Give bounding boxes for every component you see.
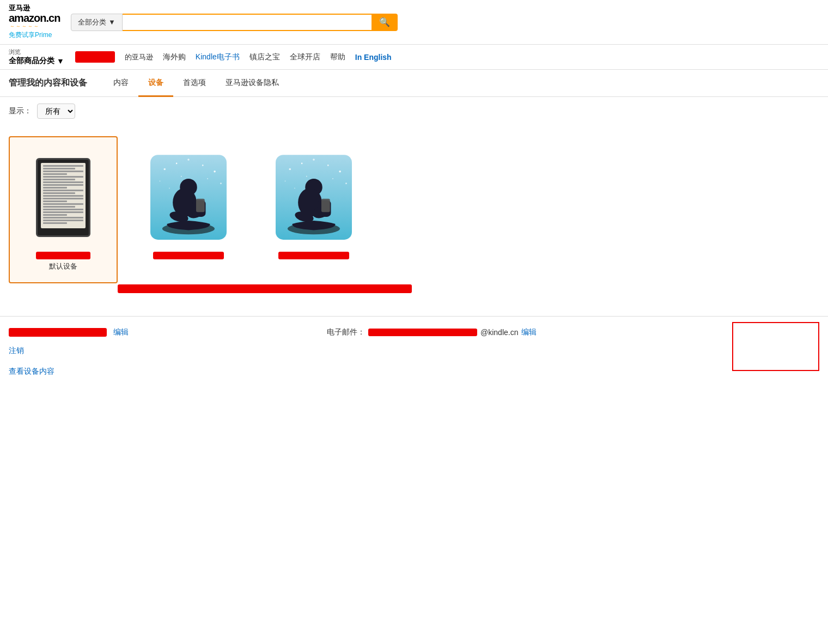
text-line bbox=[43, 195, 83, 197]
text-line bbox=[43, 187, 67, 189]
device-name-redacted-1 bbox=[36, 252, 90, 259]
text-line bbox=[43, 165, 83, 167]
search-input[interactable] bbox=[123, 14, 372, 31]
svg-point-27 bbox=[332, 178, 333, 179]
nav-link-global[interactable]: 全球开店 bbox=[290, 52, 320, 62]
text-line bbox=[43, 198, 83, 199]
text-line bbox=[43, 217, 83, 218]
nav-bar: 浏览 全部商品分类 ▼ xx 的亚马逊 海外购 Kindle电子书 镇店之宝 全… bbox=[0, 45, 828, 70]
text-line bbox=[43, 184, 83, 186]
svg-point-24 bbox=[285, 181, 286, 182]
svg-point-4 bbox=[202, 165, 204, 166]
page-title: 管理我的内容和设备 bbox=[9, 70, 98, 96]
svg-point-3 bbox=[187, 159, 190, 161]
search-bar: 全部分类 ▼ 🔍 bbox=[71, 14, 398, 31]
devices-grid: 默认设备 bbox=[9, 136, 819, 283]
tab-content[interactable]: 内容 bbox=[104, 70, 138, 97]
text-line bbox=[43, 190, 83, 191]
header-top: 亚马逊 amazon.cn ～～～～～ 免费试享Prime 全部分类 ▼ 🔍 bbox=[0, 0, 828, 45]
device-card-3[interactable] bbox=[259, 136, 368, 283]
svg-point-25 bbox=[345, 183, 347, 185]
svg-point-26 bbox=[306, 176, 307, 177]
page-tabs: 管理我的内容和设备 内容 设备 首选项 亚马逊设备隐私 bbox=[0, 70, 828, 97]
email-prefix-label: 电子邮件： bbox=[327, 327, 365, 337]
nav-link-overseas[interactable]: 海外购 bbox=[163, 52, 186, 62]
text-line bbox=[43, 181, 83, 183]
text-line bbox=[43, 192, 75, 194]
nav-links: xx 的亚马逊 海外购 Kindle电子书 镇店之宝 全球开店 帮助 In En… bbox=[75, 51, 819, 63]
nav-link-redacted[interactable]: xx bbox=[75, 51, 115, 63]
svg-point-10 bbox=[169, 188, 170, 189]
svg-point-5 bbox=[214, 171, 216, 173]
text-line bbox=[43, 201, 67, 202]
svg-point-7 bbox=[220, 183, 222, 185]
highlight-box bbox=[732, 322, 819, 371]
nav-link-kindle[interactable]: Kindle电子书 bbox=[196, 52, 240, 62]
logo-latin: amazon.cn bbox=[9, 12, 60, 24]
nav-link-help[interactable]: 帮助 bbox=[330, 52, 345, 62]
devices-section: 默认设备 bbox=[0, 125, 828, 316]
edit-name-link[interactable]: 编辑 bbox=[113, 327, 129, 337]
device-image-1 bbox=[25, 148, 101, 246]
search-category-button[interactable]: 全部分类 ▼ bbox=[71, 14, 123, 31]
svg-rect-34 bbox=[321, 199, 330, 212]
text-line bbox=[43, 173, 67, 175]
device-image-2 bbox=[150, 148, 227, 246]
device-card-2[interactable] bbox=[134, 136, 243, 283]
device-name-redacted-3 bbox=[278, 252, 349, 259]
device-image-3 bbox=[276, 148, 352, 246]
text-line bbox=[43, 206, 75, 208]
svg-point-6 bbox=[160, 181, 161, 182]
filter-bar: 显示： 所有 bbox=[0, 97, 828, 125]
device-card-1[interactable]: 默认设备 bbox=[9, 136, 118, 283]
logo-area: 亚马逊 amazon.cn ～～～～～ 免费试享Prime bbox=[9, 4, 60, 40]
tab-privacy[interactable]: 亚马逊设备隐私 bbox=[216, 70, 289, 97]
device-label-1: 默认设备 bbox=[49, 262, 77, 271]
nav-link-english[interactable]: In English bbox=[355, 53, 392, 62]
nav-link-treasure[interactable]: 镇店之宝 bbox=[249, 52, 280, 62]
filter-select[interactable]: 所有 bbox=[37, 104, 75, 119]
svg-point-21 bbox=[313, 159, 315, 161]
svg-point-20 bbox=[301, 163, 303, 165]
text-line bbox=[43, 171, 83, 172]
kindle-app-icon-2 bbox=[276, 149, 352, 246]
prime-label[interactable]: 免费试享Prime bbox=[9, 31, 60, 40]
text-line bbox=[43, 211, 83, 213]
svg-point-28 bbox=[294, 188, 295, 189]
email-redacted bbox=[368, 329, 477, 336]
text-line bbox=[43, 176, 83, 178]
text-line bbox=[43, 209, 83, 210]
text-line bbox=[43, 214, 67, 216]
email-section: 电子邮件： @kindle.cn 编辑 bbox=[327, 327, 537, 337]
nav-browse[interactable]: 浏览 全部商品分类 ▼ bbox=[9, 48, 64, 66]
text-line bbox=[43, 168, 75, 169]
kindle-app-icon-1 bbox=[150, 149, 227, 246]
chevron-down-icon: ▼ bbox=[57, 57, 64, 65]
browse-label: 浏览 bbox=[9, 48, 64, 56]
bottom-section: 编辑 注销 查看设备内容 电子邮件： @kindle.cn 编辑 bbox=[0, 316, 828, 393]
kindle-screen bbox=[41, 163, 86, 228]
logo-smile: ～～～～～ bbox=[10, 24, 60, 29]
tab-preferences[interactable]: 首选项 bbox=[173, 70, 216, 97]
deregister-link[interactable]: 注销 bbox=[9, 346, 129, 356]
edit-email-link[interactable]: 编辑 bbox=[521, 327, 537, 337]
tab-devices[interactable]: 设备 bbox=[138, 70, 173, 97]
browse-main: 全部商品分类 ▼ bbox=[9, 56, 64, 66]
device-name-redacted-2 bbox=[153, 252, 224, 259]
search-button[interactable]: 🔍 bbox=[372, 14, 398, 31]
text-line bbox=[43, 222, 67, 224]
svg-rect-16 bbox=[196, 199, 205, 212]
svg-point-23 bbox=[339, 171, 341, 173]
svg-point-19 bbox=[289, 168, 291, 171]
svg-point-1 bbox=[164, 168, 166, 171]
view-content-link[interactable]: 查看设备内容 bbox=[9, 367, 129, 376]
text-line bbox=[43, 179, 75, 180]
svg-point-8 bbox=[181, 176, 182, 177]
svg-point-9 bbox=[207, 178, 208, 179]
email-domain-label: @kindle.cn bbox=[480, 328, 518, 337]
left-actions: 编辑 注销 查看设备内容 bbox=[9, 327, 129, 382]
device-name-bottom-redacted bbox=[9, 328, 107, 337]
svg-point-2 bbox=[176, 163, 178, 165]
svg-point-22 bbox=[327, 165, 329, 166]
text-line bbox=[43, 220, 83, 221]
